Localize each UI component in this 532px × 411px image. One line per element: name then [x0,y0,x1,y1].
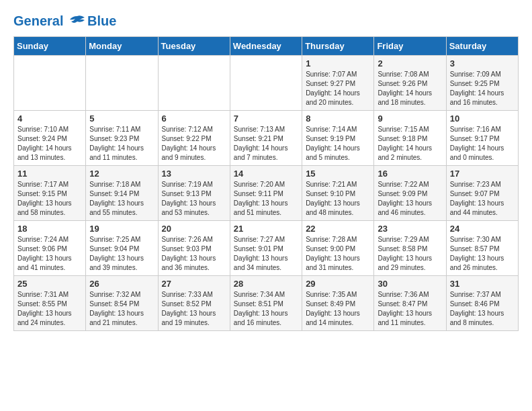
day-number: 24 [450,224,515,234]
day-content: Sunrise: 7:09 AM Sunset: 9:25 PM Dayligh… [450,70,515,107]
day-content: Sunrise: 7:21 AM Sunset: 9:10 PM Dayligh… [306,180,370,218]
day-number: 16 [378,169,442,179]
weekday-header-sunday: Sunday [14,36,86,55]
week-row-4: 18Sunrise: 7:24 AM Sunset: 9:06 PM Dayli… [14,220,519,275]
calendar-cell [86,55,158,110]
day-number: 15 [306,169,370,179]
day-number: 23 [378,224,442,234]
weekday-header-wednesday: Wednesday [230,36,302,55]
day-number: 9 [378,113,442,124]
day-content: Sunrise: 7:20 AM Sunset: 9:11 PM Dayligh… [234,180,298,218]
calendar-cell: 19Sunrise: 7:25 AM Sunset: 9:04 PM Dayli… [86,220,158,275]
calendar-cell: 3Sunrise: 7:09 AM Sunset: 9:25 PM Daylig… [446,55,518,110]
day-content: Sunrise: 7:16 AM Sunset: 9:17 PM Dayligh… [450,125,515,163]
day-content: Sunrise: 7:26 AM Sunset: 9:03 PM Dayligh… [162,235,226,273]
weekday-header-thursday: Thursday [302,36,374,55]
day-number: 13 [162,169,226,179]
calendar-cell: 12Sunrise: 7:18 AM Sunset: 9:14 PM Dayli… [86,165,158,220]
day-number: 2 [378,58,442,68]
day-number: 22 [306,224,370,234]
logo-general: General [13,13,63,28]
day-number: 18 [17,224,82,234]
day-number: 11 [17,169,82,179]
calendar-cell: 11Sunrise: 7:17 AM Sunset: 9:15 PM Dayli… [14,165,86,220]
day-content: Sunrise: 7:10 AM Sunset: 9:24 PM Dayligh… [17,125,82,163]
calendar-cell: 10Sunrise: 7:16 AM Sunset: 9:17 PM Dayli… [446,110,518,165]
day-content: Sunrise: 7:30 AM Sunset: 8:57 PM Dayligh… [450,235,515,273]
weekday-header-monday: Monday [86,36,158,55]
calendar-cell: 22Sunrise: 7:28 AM Sunset: 9:00 PM Dayli… [302,220,374,275]
calendar-cell [158,55,230,110]
weekday-header-friday: Friday [374,36,446,55]
calendar-cell: 30Sunrise: 7:36 AM Sunset: 8:47 PM Dayli… [374,275,446,330]
week-row-1: 1Sunrise: 7:07 AM Sunset: 9:27 PM Daylig… [14,55,519,110]
day-content: Sunrise: 7:25 AM Sunset: 9:04 PM Dayligh… [89,235,154,273]
calendar-cell: 16Sunrise: 7:22 AM Sunset: 9:09 PM Dayli… [374,165,446,220]
calendar-cell: 24Sunrise: 7:30 AM Sunset: 8:57 PM Dayli… [446,220,518,275]
calendar-cell: 6Sunrise: 7:12 AM Sunset: 9:22 PM Daylig… [158,110,230,165]
calendar-cell [230,55,302,110]
calendar-cell: 28Sunrise: 7:34 AM Sunset: 8:51 PM Dayli… [230,275,302,330]
day-content: Sunrise: 7:29 AM Sunset: 8:58 PM Dayligh… [378,235,442,273]
day-content: Sunrise: 7:27 AM Sunset: 9:01 PM Dayligh… [234,235,298,273]
day-content: Sunrise: 7:36 AM Sunset: 8:47 PM Dayligh… [378,290,442,328]
day-content: Sunrise: 7:17 AM Sunset: 9:15 PM Dayligh… [17,180,82,218]
day-content: Sunrise: 7:35 AM Sunset: 8:49 PM Dayligh… [306,290,370,328]
calendar-cell: 7Sunrise: 7:13 AM Sunset: 9:21 PM Daylig… [230,110,302,165]
calendar-cell: 8Sunrise: 7:14 AM Sunset: 9:19 PM Daylig… [302,110,374,165]
day-number: 3 [450,58,515,68]
calendar-cell: 31Sunrise: 7:37 AM Sunset: 8:46 PM Dayli… [446,275,518,330]
calendar-cell: 9Sunrise: 7:15 AM Sunset: 9:18 PM Daylig… [374,110,446,165]
calendar-cell: 4Sunrise: 7:10 AM Sunset: 9:24 PM Daylig… [14,110,86,165]
calendar-cell: 17Sunrise: 7:23 AM Sunset: 9:07 PM Dayli… [446,165,518,220]
calendar-cell: 13Sunrise: 7:19 AM Sunset: 9:13 PM Dayli… [158,165,230,220]
day-content: Sunrise: 7:32 AM Sunset: 8:54 PM Dayligh… [89,290,154,328]
day-number: 10 [450,113,515,124]
day-number: 30 [378,279,442,289]
day-number: 20 [162,224,226,234]
day-content: Sunrise: 7:14 AM Sunset: 9:19 PM Dayligh… [306,125,370,163]
day-content: Sunrise: 7:24 AM Sunset: 9:06 PM Dayligh… [17,235,82,273]
day-number: 17 [450,169,515,179]
logo-blue: Blue [87,13,116,29]
calendar-cell: 29Sunrise: 7:35 AM Sunset: 8:49 PM Dayli… [302,275,374,330]
day-content: Sunrise: 7:19 AM Sunset: 9:13 PM Dayligh… [162,180,226,218]
calendar-cell: 2Sunrise: 7:08 AM Sunset: 9:26 PM Daylig… [374,55,446,110]
day-number: 26 [89,279,154,289]
calendar-cell: 18Sunrise: 7:24 AM Sunset: 9:06 PM Dayli… [14,220,86,275]
day-number: 7 [234,113,298,124]
day-number: 4 [17,113,82,124]
day-content: Sunrise: 7:07 AM Sunset: 9:27 PM Dayligh… [306,70,370,107]
day-content: Sunrise: 7:23 AM Sunset: 9:07 PM Dayligh… [450,180,515,218]
day-content: Sunrise: 7:31 AM Sunset: 8:55 PM Dayligh… [17,290,82,328]
day-content: Sunrise: 7:34 AM Sunset: 8:51 PM Dayligh… [234,290,298,328]
day-content: Sunrise: 7:13 AM Sunset: 9:21 PM Dayligh… [234,125,298,163]
weekday-header-tuesday: Tuesday [158,36,230,55]
day-content: Sunrise: 7:12 AM Sunset: 9:22 PM Dayligh… [162,125,226,163]
calendar-cell: 23Sunrise: 7:29 AM Sunset: 8:58 PM Dayli… [374,220,446,275]
day-content: Sunrise: 7:15 AM Sunset: 9:18 PM Dayligh… [378,125,442,163]
day-number: 14 [234,169,298,179]
day-number: 31 [450,279,515,289]
calendar-cell: 14Sunrise: 7:20 AM Sunset: 9:11 PM Dayli… [230,165,302,220]
calendar-cell: 1Sunrise: 7:07 AM Sunset: 9:27 PM Daylig… [302,55,374,110]
day-content: Sunrise: 7:08 AM Sunset: 9:26 PM Dayligh… [378,70,442,107]
day-number: 25 [17,279,82,289]
day-content: Sunrise: 7:28 AM Sunset: 9:00 PM Dayligh… [306,235,370,273]
day-content: Sunrise: 7:22 AM Sunset: 9:09 PM Dayligh… [378,180,442,218]
day-number: 19 [89,224,154,234]
calendar-cell: 5Sunrise: 7:11 AM Sunset: 9:23 PM Daylig… [86,110,158,165]
calendar-cell: 21Sunrise: 7:27 AM Sunset: 9:01 PM Dayli… [230,220,302,275]
day-number: 6 [162,113,226,124]
page-header: General Blue [13,13,519,30]
calendar-cell [14,55,86,110]
day-number: 27 [162,279,226,289]
day-number: 28 [234,279,298,289]
day-number: 8 [306,113,370,124]
day-number: 12 [89,169,154,179]
calendar-cell: 15Sunrise: 7:21 AM Sunset: 9:10 PM Dayli… [302,165,374,220]
day-number: 5 [89,113,154,124]
day-number: 29 [306,279,370,289]
calendar-table: SundayMondayTuesdayWednesdayThursdayFrid… [13,36,519,331]
day-content: Sunrise: 7:18 AM Sunset: 9:14 PM Dayligh… [89,180,154,218]
